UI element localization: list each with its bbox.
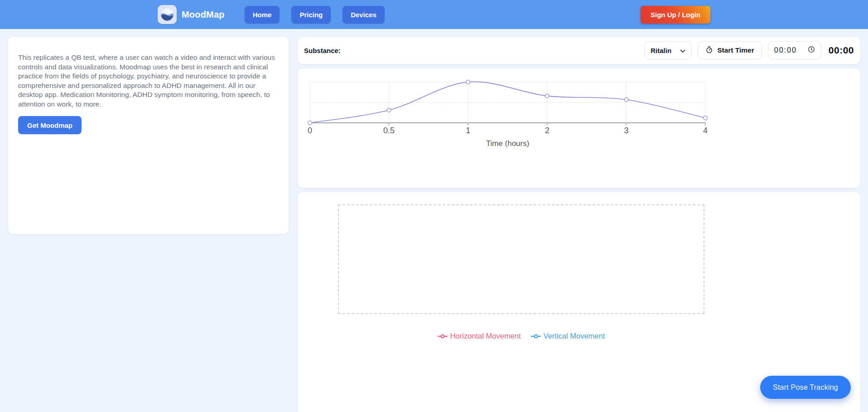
pose-chart-placeholder <box>338 204 704 314</box>
time-input-box[interactable] <box>768 41 821 59</box>
time-input[interactable] <box>774 46 803 54</box>
start-pose-tracking-button[interactable]: Start Pose Tracking <box>760 376 851 399</box>
intro-description: This replicates a QB test, where a user … <box>18 53 279 109</box>
legend-label: Vertical Movement <box>544 332 605 340</box>
medication-chart-panel: 00.51234Time (hours) <box>297 68 861 188</box>
svg-text:0.5: 0.5 <box>383 126 395 135</box>
moodmap-logo-icon <box>158 5 177 24</box>
get-moodmap-button[interactable]: Get Moodmap <box>18 116 82 134</box>
chevron-down-icon <box>680 47 685 54</box>
brand-title: MoodMap <box>182 10 225 20</box>
navbar: MoodMap Home Pricing Devices Sign Up / L… <box>0 0 868 29</box>
intro-panel: This replicates a QB test, where a user … <box>8 36 289 234</box>
substance-select[interactable]: Ritalin <box>644 41 692 59</box>
nav-links: Home Pricing Devices <box>245 6 385 24</box>
svg-text:3: 3 <box>624 126 628 135</box>
legend-item: Horizontal Movement <box>438 332 521 340</box>
legend-line-icon <box>438 334 448 339</box>
start-timer-button[interactable]: Start Timer <box>698 41 762 59</box>
svg-text:1: 1 <box>466 126 470 135</box>
substance-select-value: Ritalin <box>651 47 671 54</box>
nav-item-pricing[interactable]: Pricing <box>291 6 331 24</box>
brand: MoodMap <box>158 5 225 24</box>
legend-item: Vertical Movement <box>531 332 605 340</box>
signup-login-button[interactable]: Sign Up / Login <box>641 6 710 24</box>
timer-display: 00:00 <box>829 45 854 56</box>
clock-icon <box>808 46 815 55</box>
medication-effect-chart: 00.51234Time (hours) <box>298 68 860 188</box>
svg-text:Time (hours): Time (hours) <box>486 139 530 148</box>
pose-chart-legend: Horizontal MovementVertical Movement <box>338 332 704 340</box>
nav-item-home[interactable]: Home <box>245 6 280 24</box>
controls-panel: Substance: Ritalin <box>297 36 861 64</box>
nav-item-devices[interactable]: Devices <box>342 6 385 24</box>
svg-text:2: 2 <box>545 126 550 135</box>
svg-text:4: 4 <box>703 126 708 135</box>
legend-label: Horizontal Movement <box>450 332 521 340</box>
start-timer-label: Start Timer <box>717 46 754 54</box>
legend-line-icon <box>531 334 541 339</box>
svg-text:0: 0 <box>308 126 312 135</box>
substance-label: Substance: <box>304 47 341 54</box>
stopwatch-icon <box>705 46 713 55</box>
